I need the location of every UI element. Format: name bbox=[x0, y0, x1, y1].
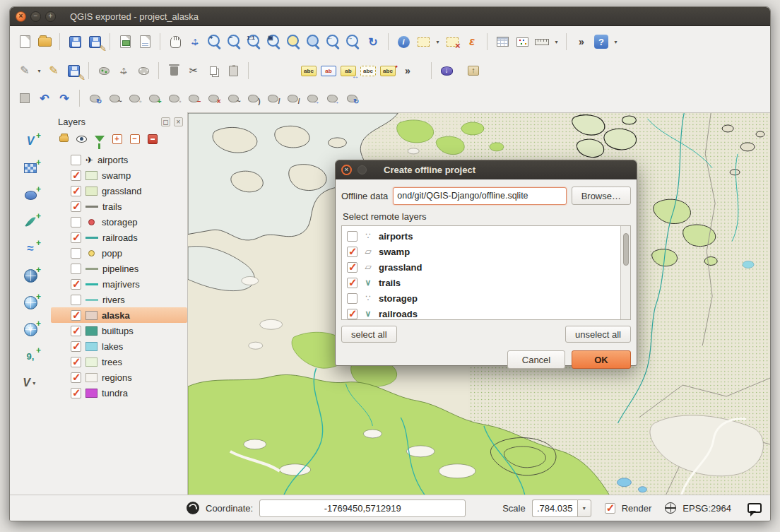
layer-row-railroads[interactable]: railroads bbox=[51, 230, 187, 245]
merge-attributes-icon[interactable] bbox=[323, 89, 341, 107]
scrollbar-thumb[interactable] bbox=[623, 233, 629, 266]
cut-features-icon[interactable]: ✂ bbox=[184, 61, 203, 80]
open-attribute-table-icon[interactable] bbox=[493, 32, 512, 51]
layer-row-pipelines[interactable]: pipelines bbox=[51, 261, 187, 276]
layer-row-grassland[interactable]: grassland bbox=[51, 183, 187, 199]
layer-row-trails[interactable]: trails bbox=[51, 199, 187, 214]
add-oracle-georaster-icon[interactable]: 9, bbox=[19, 345, 42, 367]
fill-ring-icon[interactable] bbox=[165, 89, 183, 107]
window-maximize-icon[interactable]: + bbox=[45, 11, 56, 22]
label-properties-icon[interactable]: ab bbox=[319, 61, 338, 80]
undo-icon[interactable]: ↶ bbox=[35, 89, 54, 107]
layer-row-alaska[interactable]: alaska bbox=[51, 307, 187, 323]
rotate-feature-icon[interactable] bbox=[85, 89, 104, 107]
zoom-last-icon[interactable]: ← bbox=[324, 32, 343, 51]
layer-row-tundra[interactable]: tundra bbox=[51, 385, 187, 401]
offline-editing-convert-icon[interactable] bbox=[437, 61, 456, 80]
layer-checkbox[interactable] bbox=[71, 217, 81, 227]
layer-checkbox[interactable] bbox=[71, 326, 81, 336]
offline-data-input[interactable] bbox=[393, 187, 566, 205]
redo-icon[interactable]: ↷ bbox=[55, 89, 73, 107]
scale-dropdown-icon[interactable]: ▾ bbox=[577, 500, 591, 517]
remote-layer-checkbox[interactable] bbox=[347, 309, 358, 319]
window-minimize-icon[interactable]: − bbox=[30, 11, 41, 22]
zoom-out-icon[interactable]: − bbox=[225, 32, 244, 51]
deselect-features-icon[interactable] bbox=[443, 32, 461, 51]
layer-checkbox[interactable] bbox=[71, 357, 81, 367]
remote-layer-row-grassland[interactable]: ▱ grassland bbox=[345, 259, 619, 275]
layer-row-storagep[interactable]: storagep bbox=[51, 214, 187, 230]
layer-checkbox[interactable] bbox=[71, 341, 81, 352]
remove-layer-icon[interactable] bbox=[145, 131, 160, 146]
delete-selected-icon[interactable] bbox=[165, 61, 183, 80]
layer-row-rivers[interactable]: rivers bbox=[51, 292, 187, 307]
copy-features-icon[interactable] bbox=[204, 61, 223, 80]
add-mssql-layer-icon[interactable]: ≈ bbox=[19, 238, 42, 259]
map-themes-icon[interactable] bbox=[74, 131, 89, 146]
zoom-in-icon[interactable]: + bbox=[206, 32, 224, 51]
toolbar-overflow-icon[interactable]: » bbox=[572, 32, 591, 51]
filter-legend-icon[interactable] bbox=[92, 131, 107, 146]
split-features-icon[interactable] bbox=[264, 89, 282, 107]
window-titlebar[interactable]: × − + QGIS exported - project_alaska bbox=[10, 7, 770, 26]
layer-row-builtups[interactable]: builtups bbox=[51, 323, 187, 338]
zoom-next-icon[interactable]: → bbox=[344, 32, 362, 51]
open-project-icon[interactable] bbox=[35, 32, 54, 51]
help-icon[interactable]: ? bbox=[592, 32, 610, 51]
layer-checkbox[interactable] bbox=[71, 310, 81, 321]
remote-layer-checkbox[interactable] bbox=[347, 293, 358, 304]
remote-layer-row-airports[interactable]: ∵ airports bbox=[345, 228, 619, 244]
add-ring-icon[interactable] bbox=[125, 89, 143, 107]
new-print-composer-icon[interactable] bbox=[136, 32, 154, 51]
add-wfs-layer-icon[interactable]: V bbox=[19, 319, 42, 340]
field-calculator-icon[interactable] bbox=[513, 32, 531, 51]
epsg-label[interactable]: EPSG:2964 bbox=[682, 503, 731, 514]
list-scrollbar[interactable] bbox=[620, 226, 630, 319]
panel-close-icon[interactable]: × bbox=[174, 117, 183, 126]
layer-checkbox[interactable] bbox=[71, 295, 81, 305]
add-wms-layer-icon[interactable] bbox=[19, 292, 42, 313]
expand-all-icon[interactable]: + bbox=[110, 131, 124, 146]
identify-features-icon[interactable]: i bbox=[394, 32, 413, 51]
pan-map-icon[interactable] bbox=[166, 32, 184, 51]
layer-row-airports[interactable]: ✈ airports bbox=[51, 152, 187, 167]
move-feature-icon[interactable] bbox=[114, 61, 133, 80]
scale-combo[interactable]: ▾ bbox=[532, 500, 591, 517]
new-layer-dropdown-icon[interactable]: V▾ bbox=[19, 372, 42, 394]
add-vector-layer-icon[interactable]: V bbox=[19, 131, 42, 152]
offset-curve-icon[interactable] bbox=[244, 89, 262, 107]
select-by-expression-icon[interactable]: ε bbox=[463, 32, 481, 51]
zoom-to-layer-icon[interactable] bbox=[305, 32, 323, 51]
cancel-button[interactable]: Cancel bbox=[507, 350, 565, 369]
label-toolbar-overflow-icon[interactable]: » bbox=[398, 61, 417, 80]
add-raster-layer-icon[interactable] bbox=[19, 158, 42, 179]
merge-features-icon[interactable] bbox=[303, 89, 321, 107]
layer-row-lakes[interactable]: lakes bbox=[51, 338, 187, 354]
layer-row-popp[interactable]: popp bbox=[51, 245, 187, 261]
select-all-button[interactable]: select all bbox=[341, 326, 397, 343]
refresh-map-icon[interactable]: ↻ bbox=[364, 32, 382, 51]
browse-button[interactable]: Browse… bbox=[572, 187, 631, 205]
add-feature-icon[interactable] bbox=[95, 61, 113, 80]
toggle-extents-icon[interactable] bbox=[187, 502, 199, 514]
rotate-point-symbols-icon[interactable] bbox=[343, 89, 361, 107]
delete-part-icon[interactable] bbox=[204, 89, 223, 107]
offline-editing-sync-icon[interactable] bbox=[464, 61, 483, 80]
pan-to-selection-icon[interactable] bbox=[186, 32, 204, 51]
delete-ring-icon[interactable] bbox=[184, 89, 203, 107]
remote-layer-checkbox[interactable] bbox=[347, 231, 358, 242]
render-checkbox[interactable] bbox=[605, 503, 615, 514]
layer-checkbox[interactable] bbox=[71, 248, 81, 259]
current-edits-dropdown-icon[interactable]: ▾ bbox=[35, 61, 43, 80]
layer-row-swamp[interactable]: swamp bbox=[51, 167, 187, 183]
remote-layer-row-storagep[interactable]: ∵ storagep bbox=[345, 290, 619, 306]
layer-row-trees[interactable]: trees bbox=[51, 354, 187, 370]
save-project-as-icon[interactable] bbox=[85, 32, 104, 51]
zoom-native-icon[interactable]: 1:1 bbox=[245, 32, 264, 51]
collapse-all-icon[interactable]: − bbox=[127, 131, 142, 146]
dialog-titlebar[interactable]: × Create offline project bbox=[336, 160, 637, 179]
save-as-image-icon[interactable] bbox=[116, 32, 134, 51]
simplify-feature-icon[interactable] bbox=[105, 89, 124, 107]
save-layer-edits-icon[interactable] bbox=[64, 61, 83, 80]
crs-globe-icon[interactable] bbox=[665, 502, 676, 514]
